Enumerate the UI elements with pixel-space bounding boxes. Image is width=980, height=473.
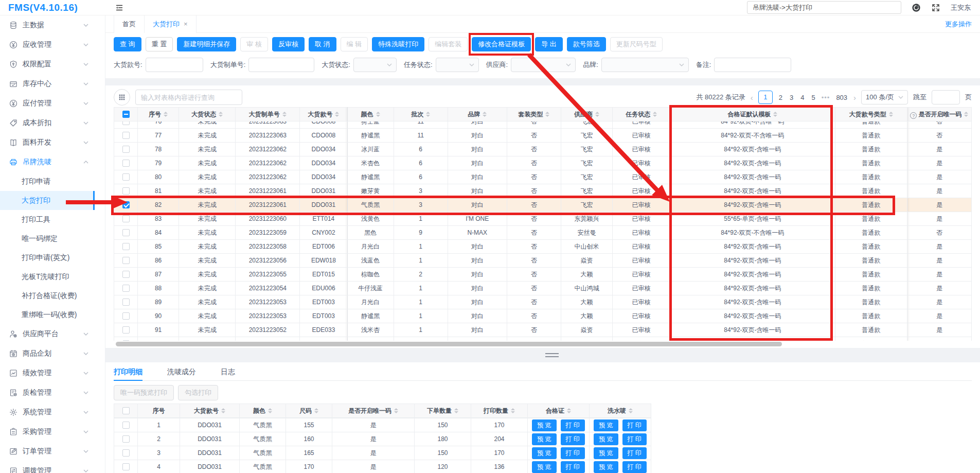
row-checkbox[interactable] — [122, 187, 130, 195]
column-header-合格证默认模板[interactable]: 合格证默认模板 — [670, 108, 835, 121]
preview-button[interactable]: 预 览 — [532, 433, 556, 445]
column-header-颜色[interactable]: 颜色 — [347, 108, 394, 121]
detail-table-row[interactable]: 3DDO031气质黑165是150170预 览打 印预 览打 印 — [114, 446, 651, 460]
column-header-大货款号类型[interactable]: 大货款号类型 — [835, 108, 907, 121]
row-checkbox[interactable] — [122, 215, 130, 222]
detail-tab-洗唛成分[interactable]: 洗唛成分 — [167, 362, 196, 381]
column-header-大货款号[interactable]: 大货款号 — [300, 108, 347, 121]
column-header-套装类型[interactable]: 套装类型 — [507, 108, 561, 121]
sidebar-item-调拨管理[interactable]: 调拨管理 — [0, 461, 95, 473]
table-row[interactable]: 84未完成20231223059CNY002黑色9N-MAX否安丝曼已审核84*… — [114, 226, 972, 240]
sidebar-subitem-打印工具[interactable]: 打印工具 — [0, 210, 95, 229]
sidebar-item-应付管理[interactable]: 应付管理 — [0, 94, 95, 113]
tab-首页[interactable]: 首页 — [114, 15, 145, 33]
preview-button[interactable]: 预 览 — [594, 461, 618, 473]
table-row[interactable]: 79未完成20231223062DDO034米杏色6对白否飞宏已审核84*92-… — [114, 156, 972, 170]
print-button[interactable]: 打 印 — [622, 447, 647, 459]
filter-input[interactable] — [248, 58, 314, 72]
detail-column-header-尺码[interactable]: 尺码 — [286, 404, 332, 418]
sidebar-collapse-icon[interactable] — [115, 3, 124, 12]
detail-column-header-大货款号[interactable]: 大货款号 — [180, 404, 240, 418]
detail-tab-日志[interactable]: 日志 — [221, 362, 235, 381]
row-checkbox[interactable] — [122, 201, 130, 208]
prev-page-icon[interactable]: ‹ — [751, 93, 753, 102]
row-checkbox[interactable] — [122, 422, 130, 429]
toolbar-button-查询[interactable]: 查 询 — [114, 37, 141, 51]
sidebar-item-成本折扣[interactable]: 成本折扣 — [0, 113, 95, 133]
page-2[interactable]: 2 — [778, 94, 783, 101]
toolbar-button-导出[interactable]: 导 出 — [535, 37, 563, 51]
table-row[interactable]: 88未完成20231223054EDU006牛仔浅蓝1对白否中山鸿城已审核84*… — [114, 282, 972, 295]
toolbar-button-新建明细并保存[interactable]: 新建明细并保存 — [177, 37, 236, 51]
table-row[interactable]: 92未完成20231223052EDE033云雾灰1对白否焱资已审核84*92-… — [114, 337, 972, 341]
table-row[interactable]: 76未完成20231223063CDO008骑士蓝11对白否飞宏已审核84*92… — [114, 121, 972, 129]
print-button[interactable]: 打 印 — [622, 433, 647, 445]
table-row[interactable]: 77未完成20231223063CDO008静谧黑11对白否飞宏已审核84*92… — [114, 129, 972, 143]
sidebar-item-库存中心[interactable]: 库存中心 — [0, 74, 95, 94]
print-button[interactable]: 打 印 — [622, 461, 647, 473]
username[interactable]: 王安东 — [951, 3, 971, 12]
sidebar-item-应收管理[interactable]: 应收管理 — [0, 35, 95, 55]
tab-大货打印[interactable]: 大货打印× — [145, 15, 197, 33]
table-row[interactable]: 85未完成20231223058EDT006月光白1对白否中山创米已审核84*9… — [114, 240, 972, 254]
sidebar-subitem-补打合格证(收费)[interactable]: 补打合格证(收费) — [0, 286, 95, 305]
row-checkbox[interactable] — [122, 285, 130, 292]
sidebar-item-主数据[interactable]: 主数据 — [0, 15, 95, 35]
sidebar-item-质检管理[interactable]: 质检管理 — [0, 383, 95, 402]
table-search-input[interactable] — [135, 90, 242, 105]
sidebar-item-绩效管理[interactable]: 绩效管理 — [0, 363, 95, 383]
next-page-icon[interactable]: › — [853, 93, 856, 102]
page-5[interactable]: 5 — [810, 94, 816, 101]
page-803[interactable]: 803 — [835, 94, 848, 101]
sidebar-item-订单管理[interactable]: 订单管理 — [0, 442, 95, 461]
table-row[interactable]: 90未完成20231223053EDT003静谧黑1对白否大颖已审核84*92-… — [114, 309, 972, 323]
column-settings-icon[interactable] — [114, 89, 130, 106]
print-button[interactable]: 打 印 — [561, 419, 585, 431]
row-checkbox[interactable] — [122, 340, 130, 341]
preview-button[interactable]: 预 览 — [594, 447, 618, 459]
sidebar-item-系统管理[interactable]: 系统管理 — [0, 402, 95, 422]
row-checkbox[interactable] — [122, 435, 130, 443]
detail-table-row[interactable]: 1DDO031气质黑155是150170预 览打 印预 览打 印 — [114, 418, 651, 432]
nav-search-input[interactable] — [747, 1, 901, 14]
column-header-品牌[interactable]: 品牌 — [448, 108, 507, 121]
row-checkbox[interactable] — [122, 243, 130, 250]
sidebar-subitem-打印申请(英文)[interactable]: 打印申请(英文) — [0, 248, 95, 267]
sidebar-item-面料开发[interactable]: 面料开发 — [0, 133, 95, 152]
toolbar-button-特殊洗唛打印[interactable]: 特殊洗唛打印 — [372, 37, 424, 51]
filter-input[interactable] — [146, 58, 203, 72]
row-checkbox[interactable] — [122, 160, 130, 167]
detail-column-header-打印数量[interactable]: 打印数量 — [471, 404, 528, 418]
column-header-大货制单号[interactable]: 大货制单号 — [236, 108, 300, 121]
row-checkbox[interactable] — [122, 121, 130, 125]
column-header-序号[interactable]: 序号 — [138, 108, 179, 121]
close-icon[interactable]: × — [184, 20, 188, 28]
column-header-任务状态[interactable]: 任务状态 — [613, 108, 670, 121]
table-row[interactable]: 78未完成20231223062DDO034冰川蓝6对白否飞宏已审核84*92-… — [114, 143, 972, 156]
splitter-handle-icon[interactable] — [545, 353, 559, 357]
fullscreen-icon[interactable] — [931, 3, 940, 12]
print-button[interactable]: 打 印 — [561, 433, 585, 445]
toolbar-button-款号筛选[interactable]: 款号筛选 — [567, 37, 606, 51]
detail-column-header-合格证[interactable]: 合格证 — [528, 404, 590, 418]
row-checkbox[interactable] — [122, 299, 130, 306]
detail-table-row[interactable]: 4DDO031气质黑170是120136预 览打 印预 览打 印 — [114, 460, 651, 473]
row-checkbox[interactable] — [122, 173, 130, 181]
sidebar-item-采购管理[interactable]: 采购管理 — [0, 422, 95, 442]
filter-select[interactable] — [511, 58, 576, 72]
sidebar-item-商品企划[interactable]: 商品企划 — [0, 344, 95, 363]
row-checkbox[interactable] — [122, 312, 130, 320]
table-row[interactable]: 82未完成20231223061DDO031气质黑3对白否飞宏已审核84*92-… — [114, 198, 972, 212]
preview-button[interactable]: 预 览 — [594, 433, 618, 445]
detail-column-header-颜色[interactable]: 颜色 — [240, 404, 286, 418]
row-checkbox[interactable] — [122, 449, 130, 457]
table-row[interactable]: 83未完成20231223060ETT014浅黄色1I'M ONE否东莞颖兴已审… — [114, 212, 972, 226]
row-checkbox[interactable] — [122, 271, 130, 278]
toolbar-button-重置[interactable]: 重 置 — [146, 37, 173, 51]
preview-button[interactable]: 预 览 — [532, 419, 556, 431]
row-checkbox[interactable] — [122, 463, 130, 470]
detail-tab-打印明细[interactable]: 打印明细 — [114, 362, 142, 381]
horizontal-scrollbar[interactable] — [114, 341, 972, 347]
filter-select[interactable] — [436, 58, 479, 72]
jump-page-input[interactable] — [932, 90, 960, 104]
